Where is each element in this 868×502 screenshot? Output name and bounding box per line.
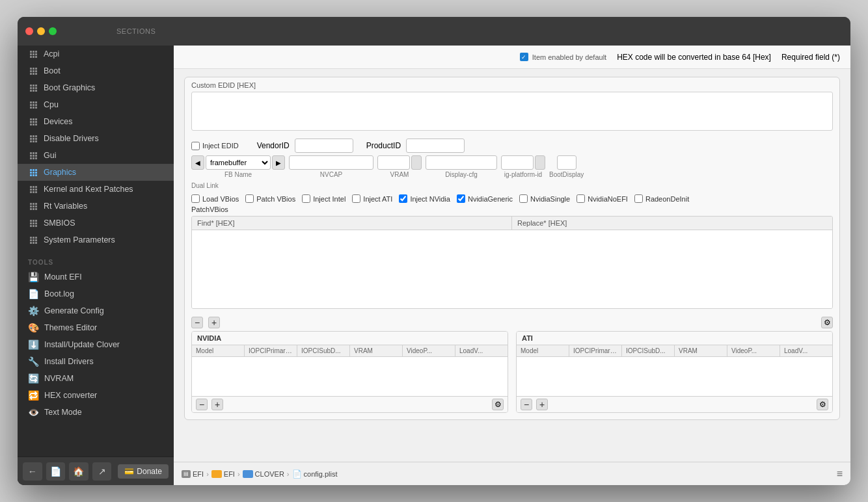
sidebar-item-kernel-kext[interactable]: Kernel and Kext Patches [18,181,174,198]
sidebar-item-boot-graphics[interactable]: Boot Graphics [18,79,174,96]
product-id-label: ProductID [366,141,401,150]
product-id-input[interactable]: 0x9XXX [406,139,465,153]
sidebar-item-graphics[interactable]: Graphics [18,164,174,181]
tools-section-label: TOOLS [18,254,174,269]
sidebar-item-devices[interactable]: Devices [18,113,174,130]
sidebar-item-text-mode[interactable]: 👁️ Text Mode [18,404,174,421]
boot-display-input[interactable] [557,155,576,170]
vram-nav[interactable] [411,155,422,170]
sidebar-item-mount-efi[interactable]: 💾 Mount EFI [18,269,174,285]
dual-link-header: Dual Link [191,182,279,189]
nvidia-single-checkbox[interactable] [519,194,528,203]
install-drivers-icon: 🔧 [28,356,39,367]
dual-link-col: ◀ framebuffer ▶ FB Name [191,155,285,178]
nvidia-generic-checkbox[interactable] [457,194,465,203]
inject-edid-check-item: Inject EDID [191,142,239,150]
nvcap-input[interactable]: HEX value [289,155,373,170]
mount-efi-icon: 💾 [28,272,39,282]
inject-nvidia-checkbox[interactable] [399,194,407,203]
nvidia-table-body[interactable] [192,357,508,396]
mbytes-input[interactable] [377,155,410,170]
generate-config-icon: ⚙️ [28,306,39,316]
sidebar-item-system-params[interactable]: System Parameters [18,231,174,248]
ati-table-header: Model IOPCIPrimarv... IOPCISubD... VRAM … [517,345,832,357]
inject-ati-checkbox[interactable] [352,194,360,203]
sidebar-item-install-clover[interactable]: ⬇️ Install/Update Clover [18,336,174,353]
radeon-deinit-checkbox[interactable] [634,194,643,203]
home-button[interactable]: 🏠 [69,462,88,481]
sidebar-label-boot: Boot [44,66,61,75]
install-clover-icon: ⬇️ [28,339,39,350]
enabled-checkbox-icon: ✓ [520,53,528,61]
inject-intel-item: Inject Intel [302,194,346,203]
share-button[interactable]: ↗ [92,462,112,481]
sidebar-item-rt-variables[interactable]: Rt Variables [18,198,174,215]
sidebar-item-nvram[interactable]: 🔄 NVRAM [18,370,174,387]
ati-add-btn[interactable]: + [536,399,548,410]
grid-icon [28,218,38,228]
nvram-icon: 🔄 [28,373,39,384]
nvidia-noefi-label: NvidiaNoEFI [588,195,628,203]
ig-platform-input[interactable]: 0x [501,155,534,170]
minimize-button[interactable] [37,27,45,35]
donate-button[interactable]: 💳 Donate [118,464,169,479]
nvidia-remove-btn[interactable]: − [196,399,208,410]
inject-edid-checkbox[interactable] [191,142,200,150]
nvidia-add-btn[interactable]: + [211,399,223,410]
sidebar-item-hex-converter[interactable]: 🔁 HEX converter [18,387,174,404]
nvidia-gear-btn[interactable]: ⚙ [492,399,504,410]
boot-display-col: BootDisplay [549,155,584,178]
patch-body[interactable] [192,230,832,308]
sidebar-label-kernel: Kernel and Kext Patches [44,185,133,194]
ati-col-video: VideoP... [727,345,780,356]
sidebar-label-cpu: Cpu [44,100,59,109]
fullscreen-button[interactable] [49,27,57,35]
ati-table-body[interactable] [517,357,832,396]
patch-remove-btn[interactable]: − [191,317,203,328]
patch-gear-btn[interactable]: ⚙ [821,317,833,328]
menu-icon[interactable]: ≡ [837,468,843,480]
nvidia-noefi-checkbox[interactable] [576,194,585,203]
sidebar-label-nvram: NVRAM [44,374,74,383]
sidebar-label-themes-editor: Themes Editor [44,323,97,332]
sidebar-item-gui[interactable]: Gui [18,147,174,164]
ati-card-box: ATI Model IOPCIPrimarv... IOPCISubD... V… [516,331,833,413]
load-vbios-checkbox[interactable] [191,194,200,203]
sidebar-item-themes-editor[interactable]: 🎨 Themes Editor [18,319,174,336]
display-cfg-header: Display-cfg [445,171,477,178]
edid-textarea[interactable] [191,92,833,131]
patch-add-btn[interactable]: + [208,317,220,328]
sidebar-label-disable-drivers: Disable Drivers [44,134,99,143]
vendor-id-input[interactable]: 0x1006 [295,139,353,153]
next-btn[interactable]: ▶ [272,155,285,170]
content-scroll[interactable]: Custom EDID [HEX] Inject EDID VendorID 0… [174,69,850,462]
display-cfg-input[interactable]: HEX value [426,155,497,170]
sidebar-item-boot[interactable]: Boot [18,62,174,79]
radeon-deinit-item: RadeonDeInit [634,194,689,203]
document-button[interactable]: 📄 [46,462,66,481]
ati-col-model: Model [517,345,569,356]
patch-vbios-checkbox[interactable] [245,194,254,203]
inject-intel-checkbox[interactable] [302,194,310,203]
ati-remove-btn[interactable]: − [521,399,532,410]
sidebar-label-text-mode: Text Mode [44,408,82,417]
back-button[interactable]: ← [23,462,42,481]
sidebar-item-boot-log[interactable]: 📄 Boot.log [18,285,174,302]
sidebar-item-generate-config[interactable]: ⚙️ Generate Config [18,302,174,319]
nvcap-col: HEX value NVCAP [289,155,373,178]
sidebar-label-rt-variables: Rt Variables [44,202,87,211]
ig-nav[interactable] [535,155,545,170]
inject-ati-item: Inject ATI [352,194,392,203]
prev-btn[interactable]: ◀ [191,155,204,170]
close-button[interactable] [25,27,33,35]
sidebar-item-smbios[interactable]: SMBIOS [18,215,174,231]
patch-vbios-section-label: PatchVBios [191,205,833,213]
custom-edid-label: Custom EDID [HEX] [185,77,839,92]
ati-gear-btn[interactable]: ⚙ [817,399,828,410]
vendor-id-label: VendorID [257,141,290,150]
sidebar-item-cpu[interactable]: Cpu [18,96,174,113]
sidebar-item-acpi[interactable]: Acpi [18,46,174,62]
sidebar-item-install-drivers[interactable]: 🔧 Install Drivers [18,353,174,370]
framebuffer-select[interactable]: framebuffer [206,155,271,170]
sidebar-item-disable-drivers[interactable]: Disable Drivers [18,130,174,147]
